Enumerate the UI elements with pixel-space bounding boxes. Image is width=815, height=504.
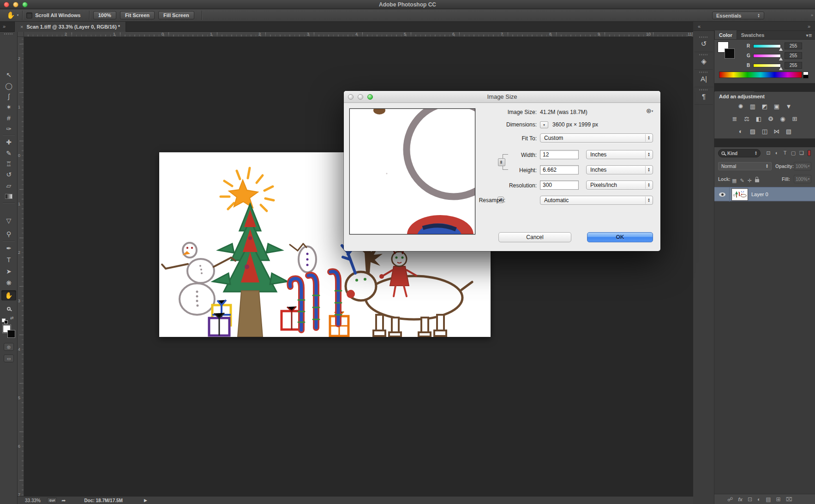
character-panel-icon[interactable]: A| — [695, 71, 713, 87]
layer-filter-kind-dropdown[interactable]: Kind ▲▼ — [718, 149, 761, 157]
blur-tool[interactable]: ▽ — [1, 216, 16, 226]
screen-mode-button[interactable]: ▭ — [4, 354, 14, 362]
brush-tool[interactable]: ✎ — [1, 148, 16, 158]
fit-screen-button[interactable]: Fit Screen — [120, 11, 155, 19]
exposure-icon[interactable]: ▣ — [772, 102, 782, 111]
link-dimensions-icon[interactable]: ∞ — [498, 158, 505, 166]
close-tab-icon[interactable]: × — [20, 24, 23, 30]
document-tab[interactable]: × Scan 1.tiff @ 33.3% (Layer 0, RGB/16) … — [14, 22, 126, 32]
filter-type-layers-icon[interactable]: T — [781, 150, 789, 157]
gradient-tool[interactable] — [1, 191, 16, 201]
new-adjustment-icon[interactable]: ◐ — [757, 496, 761, 503]
tool-preset-caret-icon[interactable]: ▾ — [17, 13, 19, 17]
fill-screen-button[interactable]: Fill Screen — [158, 11, 194, 19]
status-flyout-arrow-icon[interactable]: ▶ — [144, 498, 147, 503]
layer-filter-toggle[interactable] — [808, 150, 811, 156]
color-spectrum-ramp[interactable] — [719, 72, 802, 78]
zoom-level-field[interactable]: 33.33% — [25, 498, 41, 503]
filter-adjustment-layers-icon[interactable]: ◐ — [773, 150, 781, 157]
filter-smart-objects-icon[interactable]: ❏ — [797, 150, 806, 157]
foreground-background-swatches[interactable] — [3, 325, 17, 340]
curves-icon[interactable]: ◩ — [760, 102, 770, 111]
lock-position-icon[interactable]: ✛ — [748, 178, 752, 183]
channel-slider[interactable] — [753, 54, 781, 58]
layer-thumbnail[interactable] — [732, 189, 748, 200]
collapse-dock-icon[interactable]: » — [808, 24, 810, 29]
layer-style-icon[interactable]: fx — [738, 497, 743, 502]
width-unit-dropdown[interactable]: Inches ▲▼ — [586, 150, 653, 159]
pen-tool[interactable]: ✒ — [1, 243, 16, 253]
shape-tool[interactable]: ❋ — [1, 278, 16, 288]
channel-value[interactable]: 255 — [785, 62, 802, 69]
tab-color[interactable]: Color — [714, 30, 737, 39]
eyedropper-tool[interactable]: ✑ — [1, 124, 16, 134]
hand-tool-icon[interactable]: ✋ — [6, 11, 15, 19]
channel-value[interactable]: 255 — [785, 52, 802, 59]
black-white-icon[interactable]: ◧ — [754, 114, 764, 123]
zoom-100-button[interactable]: 100% — [93, 11, 116, 19]
type-tool[interactable]: T — [1, 255, 16, 265]
color-balance-icon[interactable]: ⚖ — [742, 114, 752, 123]
hue-saturation-icon[interactable]: ≣ — [730, 114, 740, 123]
crop-tool[interactable]: # — [1, 113, 16, 123]
resolution-input[interactable] — [540, 180, 579, 190]
quick-selection-tool[interactable]: ✶ — [1, 102, 16, 112]
spectrum-black-swatch[interactable] — [803, 75, 809, 78]
channel-slider-thumb[interactable] — [779, 57, 783, 60]
paragraph-panel-icon[interactable]: ¶ — [695, 88, 713, 105]
height-unit-dropdown[interactable]: Inches ▲▼ — [586, 165, 653, 174]
height-input[interactable] — [540, 165, 579, 174]
marquee-tool[interactable]: ◯ — [1, 81, 16, 91]
lock-paint-icon[interactable]: ✎ — [740, 178, 744, 183]
fit-to-dropdown[interactable]: Custom ▲▼ — [540, 133, 653, 143]
path-selection-tool[interactable]: ➤ — [1, 266, 16, 276]
add-mask-icon[interactable]: ⊡ — [748, 496, 752, 503]
resample-dropdown[interactable]: Automatic ▲▼ — [540, 196, 653, 205]
selective-color-icon[interactable]: ▧ — [784, 127, 794, 136]
new-layer-icon[interactable]: ⊞ — [776, 496, 781, 503]
dodge-tool[interactable]: ⚲ — [1, 229, 16, 239]
ok-button[interactable]: OK — [587, 232, 653, 242]
photo-filter-icon[interactable]: ❂ — [766, 114, 776, 123]
image-preview[interactable] — [349, 108, 475, 234]
healing-brush-tool[interactable]: ✚ — [1, 137, 16, 147]
lasso-tool[interactable]: ʃ — [1, 91, 16, 102]
status-options-icon[interactable]: ⊛⇄ — [47, 498, 57, 503]
move-tool[interactable]: ↖ — [1, 70, 16, 80]
quick-mask-button[interactable]: ◎ — [4, 343, 14, 351]
gradient-map-icon[interactable]: ⋈ — [772, 127, 782, 136]
share-icon[interactable]: ➦ — [61, 498, 66, 504]
delete-layer-icon[interactable]: ⌧ — [786, 496, 792, 503]
channel-mixer-icon[interactable]: ◉ — [778, 114, 788, 123]
eraser-tool[interactable]: ▱ — [1, 180, 16, 191]
invert-icon[interactable]: ◐ — [736, 127, 746, 136]
lock-all-icon[interactable] — [755, 179, 759, 182]
default-swap-colors-widget[interactable]: ⇄ — [2, 316, 16, 323]
history-panel-icon[interactable]: ↺ — [695, 36, 713, 52]
channel-slider[interactable] — [753, 44, 781, 48]
swap-colors-icon[interactable]: ⇄ — [10, 316, 14, 320]
scroll-all-windows-checkbox[interactable] — [26, 12, 32, 18]
levels-icon[interactable]: ▥ — [748, 102, 758, 111]
channel-slider-thumb[interactable] — [779, 48, 783, 51]
new-group-icon[interactable]: ▤ — [766, 496, 771, 503]
resolution-unit-dropdown[interactable]: Pixels/Inch ▲▼ — [586, 180, 653, 190]
posterize-icon[interactable]: ▨ — [748, 127, 758, 136]
vibrance-icon[interactable]: ▼ — [784, 102, 794, 111]
history-brush-tool[interactable]: ↺ — [1, 169, 16, 180]
layer-row[interactable]: Layer 0 — [714, 187, 815, 201]
fill-dropdown[interactable]: 100% ▼ — [794, 175, 811, 183]
dialog-gear-menu-icon[interactable]: ⊛▾ — [646, 107, 653, 114]
dimensions-unit-dropdown[interactable]: ▼ — [540, 121, 548, 128]
hand-tool[interactable]: ✋ — [1, 290, 16, 300]
layer-visibility-eye-icon[interactable] — [719, 192, 725, 197]
options-overflow-icon[interactable]: » — [811, 13, 813, 18]
filter-pixel-layers-icon[interactable]: ⊡ — [764, 150, 773, 157]
width-input[interactable] — [540, 150, 579, 159]
link-layers-icon[interactable]: ☍ — [727, 496, 733, 503]
brightness-contrast-icon[interactable]: ✺ — [736, 102, 746, 111]
color-lookup-icon[interactable]: ⊞ — [790, 114, 800, 123]
opacity-dropdown[interactable]: 100% ▼ — [794, 162, 811, 170]
tab-overflow-chevron-icon[interactable]: » — [3, 24, 6, 29]
properties-panel-icon[interactable]: ◈ — [695, 53, 713, 70]
